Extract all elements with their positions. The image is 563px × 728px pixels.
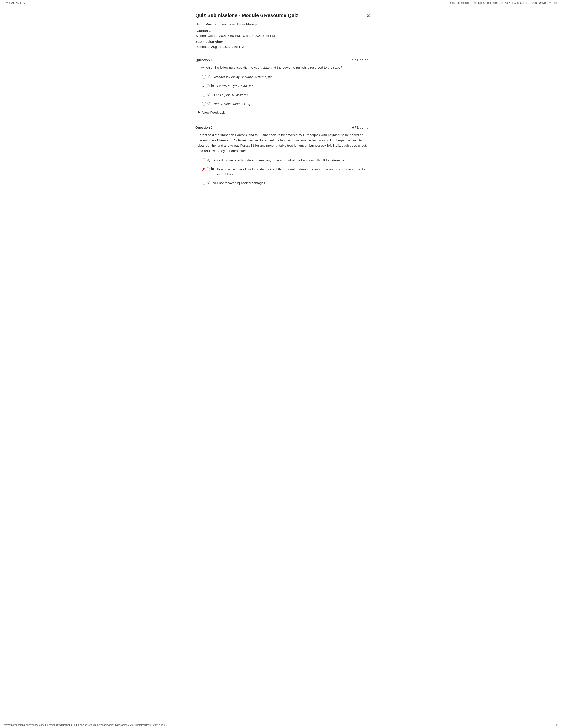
question-2-label: Question 2	[195, 126, 212, 129]
question-1-option-c: c) AFLAC, Inc. v. Williams.	[202, 93, 368, 98]
view-feedback-button[interactable]: View Feedback	[197, 111, 368, 114]
q1-c-text: AFLAC, Inc. v. Williams.	[213, 93, 249, 98]
q1-a-indicator	[202, 75, 206, 79]
q1-a-letter: a)	[207, 75, 212, 78]
q2-a-radio[interactable]	[202, 158, 206, 162]
checkmark-icon: ✓	[202, 84, 205, 89]
question-1-options: a) Wedner v. Fidelity Security Systems, …	[195, 75, 368, 107]
q1-b-indicator: ✓	[202, 84, 210, 89]
q2-c-text: will not recover liquidated damages.	[213, 181, 266, 186]
q2-a-indicator	[202, 158, 206, 162]
question-1-block: Question 1 1 / 1 point In which of the f…	[195, 55, 368, 114]
q1-d-radio[interactable]	[202, 102, 206, 106]
main-container: × Quiz Submissions - Module 6 Resource Q…	[186, 6, 377, 203]
q2-b-indicator: ✗	[202, 167, 210, 172]
written-date: Written: Oct 19, 2021 5:50 PM - Oct 19, …	[195, 34, 368, 38]
q2-b-text: Forest will recover liquidated damages, …	[217, 167, 368, 177]
top-bar: 12/25/21, 5:34 PM : Quiz Submissions - M…	[0, 0, 563, 6]
feedback-arrow-icon	[197, 111, 200, 114]
question-2-text: Forest sold the timber on Forest's land …	[195, 132, 368, 154]
q2-a-text: Forest will recover liquidated damages, …	[213, 158, 345, 163]
question-1-option-b: ✓ b) Garrity v. Lyle Stuart, Inc.	[202, 84, 368, 89]
q2-c-letter: c)	[207, 181, 212, 184]
q1-b-radio[interactable]	[206, 84, 210, 88]
browser-title: : Quiz Submissions - Module 6 Resource Q…	[449, 1, 559, 4]
question-2-option-c: c) will not recover liquidated damages.	[202, 181, 368, 186]
q1-c-radio[interactable]	[202, 93, 206, 97]
q1-b-text: Garrity v. Lyle Stuart, Inc.	[217, 84, 254, 89]
question-1-option-d: d) Neri v. Retail Marine Corp.	[202, 101, 368, 107]
close-button[interactable]: ×	[367, 12, 370, 19]
question-2-block: Question 2 0 / 1 point Forest sold the t…	[195, 122, 368, 186]
question-2-option-a: a) Forest will recover liquidated damage…	[202, 158, 368, 163]
released-date: Released: Aug 11, 2017 7:58 PM	[195, 45, 368, 49]
q1-c-indicator	[202, 93, 206, 97]
question-2-header: Question 2 0 / 1 point	[195, 122, 368, 129]
x-mark-icon: ✗	[202, 167, 205, 172]
question-2-points: 0 / 1 point	[352, 126, 368, 129]
question-1-header: Question 1 1 / 1 point	[195, 55, 368, 62]
page-title: Quiz Submissions - Module 6 Resource Qui…	[195, 13, 368, 18]
submission-view-label: Submission View	[195, 40, 368, 43]
question-2-options: a) Forest will recover liquidated damage…	[195, 158, 368, 186]
q2-c-indicator	[202, 181, 206, 185]
question-1-text: In which of the following cases did the …	[195, 65, 368, 70]
q1-d-letter: d)	[207, 101, 212, 105]
question-1-option-a: a) Wedner v. Fidelity Security Systems, …	[202, 75, 368, 80]
datetime-label: 12/25/21, 5:34 PM	[4, 1, 26, 4]
q1-a-radio[interactable]	[202, 75, 206, 79]
feedback-label: View Feedback	[202, 111, 225, 114]
user-name: Halim Marrujo (username: HalimMarrujo)	[195, 22, 368, 26]
q2-b-radio[interactable]	[206, 167, 210, 171]
q2-c-radio[interactable]	[202, 181, 206, 185]
q1-a-text: Wedner v. Fidelity Security Systems, Inc…	[213, 75, 273, 80]
q1-b-letter: b)	[211, 84, 216, 87]
q1-c-letter: c)	[207, 93, 212, 96]
question-1-points: 1 / 1 point	[352, 58, 368, 62]
q2-a-letter: a)	[207, 158, 212, 162]
q2-b-letter: b)	[211, 167, 216, 171]
attempt-label: Attempt 1	[195, 29, 368, 32]
question-2-option-b: ✗ b) Forest will recover liquidated dama…	[202, 167, 368, 177]
question-1-label: Question 1	[195, 58, 212, 62]
q1-d-text: Neri v. Retail Marine Corp.	[213, 101, 252, 107]
q1-d-indicator	[202, 102, 206, 106]
